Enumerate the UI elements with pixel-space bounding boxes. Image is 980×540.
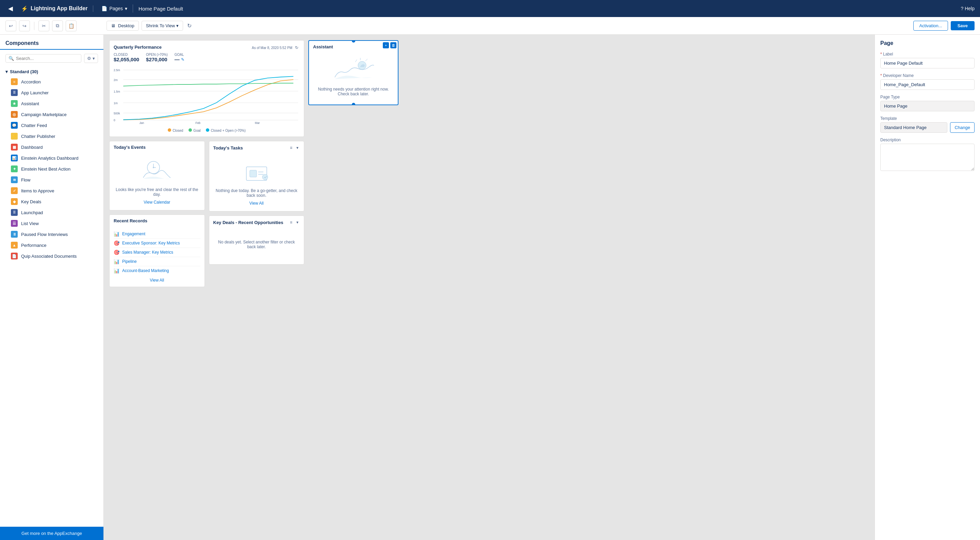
copy-button[interactable]: ⧉ bbox=[52, 21, 63, 31]
svg-text:1.5m: 1.5m bbox=[114, 90, 120, 93]
cut-button[interactable]: ✂ bbox=[38, 21, 49, 31]
canvas-area: Quarterly Performance As of Mar 8, 2020 … bbox=[104, 35, 875, 540]
help-icon: ? bbox=[961, 6, 963, 11]
component-item-items-to-approve[interactable]: ✓ Items to Approve bbox=[0, 185, 103, 196]
tasks-expand-button[interactable]: ▾ bbox=[295, 145, 300, 151]
record-link[interactable]: Engagement bbox=[122, 231, 145, 236]
tasks-menu-button[interactable]: ≡ bbox=[288, 145, 294, 151]
legend-goal: Goal bbox=[189, 128, 200, 132]
events-illustration bbox=[115, 157, 199, 185]
component-item-performance[interactable]: ▲ Performance bbox=[0, 240, 103, 251]
activation-button[interactable]: Activation... bbox=[913, 21, 948, 31]
legend-closed-open: Closed + Open (>70%) bbox=[206, 128, 245, 132]
record-icon: 🎯 bbox=[114, 241, 119, 246]
component-label: Campaign Marketplace bbox=[21, 112, 67, 117]
component-item-chatter-feed[interactable]: 💬 Chatter Feed bbox=[0, 120, 103, 131]
component-item-campaign-marketplace[interactable]: ◎ Campaign Marketplace bbox=[0, 109, 103, 120]
shrink-select[interactable]: Shrink To View ▾ bbox=[142, 21, 183, 31]
back-button[interactable]: ◀ bbox=[5, 3, 16, 14]
key-deals-title: Key Deals - Recent Opportunities bbox=[213, 220, 283, 225]
component-item-einstein-next-best-action[interactable]: ✦ Einstein Next Best Action bbox=[0, 163, 103, 174]
search-input-wrap: 🔍 bbox=[5, 54, 81, 63]
desktop-view-button[interactable]: 🖥 Desktop bbox=[107, 21, 139, 31]
assistant-body: Nothing needs your attention right now. … bbox=[309, 51, 398, 105]
resize-handle-bottom[interactable] bbox=[352, 103, 355, 105]
view-calendar-link[interactable]: View Calendar bbox=[143, 200, 170, 205]
paste-button[interactable]: 📋 bbox=[66, 21, 76, 31]
description-textarea[interactable] bbox=[880, 144, 975, 171]
record-link[interactable]: Pipeline bbox=[122, 259, 137, 264]
component-icon: ⠿ bbox=[11, 89, 18, 96]
save-button[interactable]: Save bbox=[951, 21, 975, 30]
pages-chevron-icon: ▾ bbox=[125, 6, 127, 11]
component-item-accordion[interactable]: ≡ Accordion bbox=[0, 76, 103, 87]
canvas-grid-top: Quarterly Performance As of Mar 8, 2020 … bbox=[109, 40, 398, 287]
component-item-einstein-analytics-dashboard[interactable]: 📊 Einstein Analytics Dashboard bbox=[0, 153, 103, 163]
view-all-tasks-link[interactable]: View All bbox=[250, 201, 264, 205]
closed-label: CLOSED bbox=[114, 53, 139, 57]
assistant-title: Assistant bbox=[313, 44, 333, 49]
pages-icon: 📄 bbox=[102, 6, 107, 11]
component-icon: ⏸ bbox=[11, 231, 18, 238]
component-item-list-view[interactable]: ☰ List View bbox=[0, 218, 103, 229]
dev-name-required-marker: * bbox=[880, 73, 882, 78]
desktop-label: Desktop bbox=[118, 23, 134, 28]
tasks-header: Today's Tasks ≡ ▾ bbox=[209, 141, 304, 153]
undo-button[interactable]: ↩ bbox=[5, 21, 16, 31]
help-button[interactable]: ? Help bbox=[961, 6, 975, 11]
app-title-label: Lightning App Builder bbox=[30, 5, 88, 11]
redo-button[interactable]: ↪ bbox=[19, 21, 30, 31]
component-item-flow[interactable]: ≋ Flow bbox=[0, 174, 103, 185]
svg-text:500k: 500k bbox=[114, 112, 120, 115]
assistant-delete-button[interactable]: 🗑 bbox=[390, 42, 396, 48]
component-item-dashboard[interactable]: ▦ Dashboard bbox=[0, 142, 103, 153]
search-input[interactable] bbox=[16, 56, 78, 61]
component-item-launchpad[interactable]: ⠿ Launchpad bbox=[0, 207, 103, 218]
standard-group-header[interactable]: ▾ Standard (30) bbox=[0, 67, 103, 76]
component-item-assistant[interactable]: ★ Assistant bbox=[0, 98, 103, 109]
component-icon: 📊 bbox=[11, 155, 18, 161]
key-deals-menu-button[interactable]: ≡ bbox=[288, 219, 294, 225]
record-link[interactable]: Account-Based Marketing bbox=[122, 268, 169, 273]
view-all-records-link[interactable]: View All bbox=[114, 278, 200, 283]
record-item[interactable]: 🎯 Sales Manager: Key Metrics bbox=[114, 248, 200, 257]
settings-button[interactable]: ⚙ ▾ bbox=[84, 54, 98, 63]
recent-records-widget: Recent Records 📊 Engagement 🎯 Executive … bbox=[109, 215, 205, 287]
pages-button[interactable]: 📄 Pages ▾ bbox=[99, 5, 133, 13]
component-label: Performance bbox=[21, 243, 46, 248]
collapse-icon: ▾ bbox=[5, 69, 8, 74]
toolbar: ↩ ↪ ✂ ⧉ 📋 🖥 Desktop Shrink To View ▾ ↻ A… bbox=[0, 17, 980, 35]
component-label: Einstein Next Best Action bbox=[21, 167, 70, 172]
component-item-chatter-publisher[interactable]: ⚡ Chatter Publisher bbox=[0, 131, 103, 142]
component-item-app-launcher[interactable]: ⠿ App Launcher bbox=[0, 87, 103, 98]
component-item-key-deals[interactable]: ◆ Key Deals bbox=[0, 196, 103, 207]
component-item-quip-associated-documents[interactable]: 📄 Quip Associated Documents bbox=[0, 251, 103, 261]
record-link[interactable]: Sales Manager: Key Metrics bbox=[122, 250, 173, 255]
app-exchange-banner[interactable]: Get more on the AppExchange bbox=[0, 527, 103, 540]
open-stat: OPEN (>70%) $270,000 bbox=[146, 53, 168, 62]
quarterly-performance-widget: Quarterly Performance As of Mar 8, 2020 … bbox=[109, 40, 304, 137]
group-label: Standard (30) bbox=[10, 69, 38, 74]
change-template-button[interactable]: Change bbox=[950, 122, 975, 133]
record-link[interactable]: Executive Sponsor: Key Metrics bbox=[122, 241, 180, 245]
key-deals-expand-button[interactable]: ▾ bbox=[295, 219, 300, 225]
tasks-empty-text: Nothing due today. Be a go-getter, and c… bbox=[215, 188, 299, 198]
component-label: Quip Associated Documents bbox=[21, 254, 76, 259]
assistant-controls: + 🗑 bbox=[383, 42, 396, 48]
record-item[interactable]: 📊 Pipeline bbox=[114, 257, 200, 266]
component-item-paused-flow-interviews[interactable]: ⏸ Paused Flow Interviews bbox=[0, 229, 103, 240]
refresh-button[interactable]: ↻ bbox=[186, 21, 193, 30]
record-icon: 📊 bbox=[114, 231, 119, 237]
record-item[interactable]: 📊 Account-Based Marketing bbox=[114, 266, 200, 275]
recent-records-header: Recent Records bbox=[110, 215, 205, 225]
dev-name-input[interactable] bbox=[880, 79, 975, 90]
component-icon: ⚡ bbox=[11, 133, 18, 140]
record-item[interactable]: 📊 Engagement bbox=[114, 229, 200, 239]
component-icon: ✓ bbox=[11, 187, 18, 194]
page-name-label: Home Page Default bbox=[138, 6, 955, 11]
record-item[interactable]: 🎯 Executive Sponsor: Key Metrics bbox=[114, 239, 200, 248]
chart-refresh-button[interactable]: ↻ bbox=[294, 45, 300, 51]
edit-goal-icon[interactable]: ✎ bbox=[181, 57, 185, 62]
label-input[interactable] bbox=[880, 58, 975, 68]
assistant-add-button[interactable]: + bbox=[383, 42, 389, 48]
